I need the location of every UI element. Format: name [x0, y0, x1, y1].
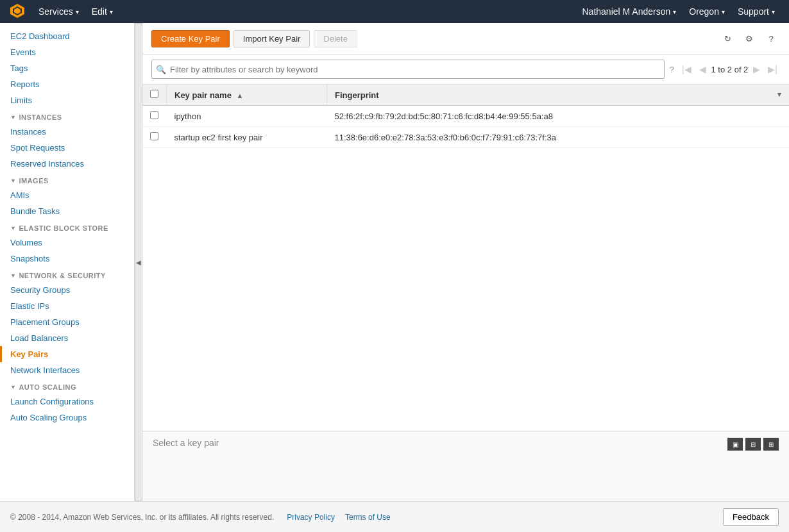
row-1-name: ipython: [167, 106, 327, 127]
network-section-header: ▼ NETWORK & SECURITY: [0, 267, 134, 282]
search-help-icon[interactable]: ?: [670, 65, 674, 74]
name-column-header[interactable]: Key pair name ▲: [167, 85, 327, 106]
detail-panel-title: Select a key pair: [153, 438, 219, 448]
search-input[interactable]: [170, 65, 660, 74]
sidebar-item-network-interfaces[interactable]: Network Interfaces: [0, 362, 134, 378]
sidebar-item-limits[interactable]: Limits: [0, 92, 134, 108]
sidebar-item-security-groups[interactable]: Security Groups: [0, 282, 134, 298]
search-bar: 🔍 ? |◀ ◀ 1 to 2 of 2 ▶ ▶|: [142, 54, 789, 85]
sidebar-item-instances[interactable]: Instances: [0, 124, 134, 140]
user-caret: ▾: [673, 8, 676, 15]
sidebar-item-elastic-ips[interactable]: Elastic IPs: [0, 298, 134, 314]
terms-of-use-link[interactable]: Terms of Use: [345, 513, 391, 522]
detail-panel-icons: ▣ ⊟ ⊞: [727, 438, 779, 451]
footer-right: Feedback: [723, 508, 779, 526]
detail-icon-3[interactable]: ⊞: [763, 438, 779, 451]
sidebar-item-launch-configurations[interactable]: Launch Configurations: [0, 394, 134, 410]
support-menu[interactable]: Support ▾: [731, 0, 781, 23]
copyright-text: © 2008 - 2014, Amazon Web Services, Inc.…: [10, 513, 274, 522]
instances-section-header: ▼ INSTANCES: [0, 108, 134, 124]
pagination-first-button[interactable]: |◀: [679, 63, 694, 76]
sidebar-item-events[interactable]: Events: [0, 44, 134, 60]
key-pairs-table: Key pair name ▲ Fingerprint ▾: [142, 85, 789, 148]
create-key-pair-button[interactable]: Create Key Pair: [151, 30, 230, 47]
row-2-name: startup ec2 first key pair: [167, 127, 327, 148]
sidebar-toggle[interactable]: ◀: [135, 23, 142, 501]
import-key-pair-button[interactable]: Import Key Pair: [233, 30, 310, 47]
table-row[interactable]: startup ec2 first key pair 11:38:6e:d6:e…: [142, 127, 789, 148]
search-input-wrap: 🔍: [151, 60, 665, 79]
images-section-header: ▼ IMAGES: [0, 172, 134, 187]
row-1-checkbox[interactable]: [150, 111, 158, 119]
aws-logo: [8, 1, 27, 22]
autoscaling-collapse-icon: ▼: [10, 384, 16, 390]
footer-links: Privacy Policy Terms of Use: [287, 513, 390, 522]
sidebar-item-volumes[interactable]: Volumes: [0, 235, 134, 251]
pagination-text: 1 to 2 of 2: [711, 65, 749, 74]
images-collapse-icon: ▼: [10, 178, 16, 184]
user-menu[interactable]: Nathaniel M Anderson ▾: [575, 0, 683, 23]
region-caret: ▾: [722, 8, 725, 15]
detail-panel: Select a key pair ▣ ⊟ ⊞: [142, 431, 789, 501]
name-sort-icon: ▲: [237, 92, 244, 99]
top-navigation: Services ▾ Edit ▾ Nathaniel M Anderson ▾…: [0, 0, 789, 23]
settings-icon[interactable]: ⚙: [740, 29, 758, 47]
detail-icon-2[interactable]: ⊟: [745, 438, 761, 451]
ebs-section-header: ▼ ELASTIC BLOCK STORE: [0, 219, 134, 235]
sidebar-item-bundle-tasks[interactable]: Bundle Tasks: [0, 203, 134, 219]
edit-menu[interactable]: Edit ▾: [85, 0, 119, 23]
pagination-bar: |◀ ◀ 1 to 2 of 2 ▶ ▶|: [679, 63, 780, 76]
row-1-checkbox-cell: [142, 106, 167, 127]
row-1-fingerprint: 52:f6:2f:c9:fb:79:2d:bd:5c:80:71:c6:fc:d…: [327, 106, 790, 127]
select-all-header: [142, 85, 167, 106]
sidebar-item-auto-scaling-groups[interactable]: Auto Scaling Groups: [0, 410, 134, 426]
action-toolbar: Create Key Pair Import Key Pair Delete ↻…: [142, 23, 789, 54]
services-caret: ▾: [76, 8, 79, 15]
region-menu[interactable]: Oregon ▾: [683, 0, 731, 23]
refresh-icon[interactable]: ↻: [718, 29, 736, 47]
sidebar: EC2 Dashboard Events Tags Reports Limits…: [0, 23, 135, 501]
support-caret: ▾: [772, 8, 775, 15]
row-2-fingerprint: 11:38:6e:d6:e0:e2:78:3a:53:e3:f0:b6:0c:f…: [327, 127, 790, 148]
sidebar-item-reports[interactable]: Reports: [0, 76, 134, 92]
pagination-last-button[interactable]: ▶|: [765, 63, 780, 76]
table-row[interactable]: ipython 52:f6:2f:c9:fb:79:2d:bd:5c:80:71…: [142, 106, 789, 127]
sidebar-item-placement-groups[interactable]: Placement Groups: [0, 314, 134, 330]
fingerprint-column-header: Fingerprint ▾: [327, 85, 790, 106]
sidebar-item-tags[interactable]: Tags: [0, 60, 134, 76]
search-icon: 🔍: [156, 65, 166, 74]
instances-collapse-icon: ▼: [10, 114, 16, 121]
delete-button[interactable]: Delete: [314, 30, 357, 47]
autoscaling-section-header: ▼ AUTO SCALING: [0, 378, 134, 394]
row-2-checkbox[interactable]: [150, 132, 158, 140]
row-2-checkbox-cell: [142, 127, 167, 148]
key-pairs-table-area: Key pair name ▲ Fingerprint ▾: [142, 85, 789, 431]
sidebar-item-spot-requests[interactable]: Spot Requests: [0, 140, 134, 156]
pagination-prev-button[interactable]: ◀: [697, 63, 709, 76]
sidebar-item-load-balancers[interactable]: Load Balancers: [0, 330, 134, 346]
select-all-checkbox[interactable]: [150, 90, 158, 98]
network-collapse-icon: ▼: [10, 272, 16, 279]
fingerprint-filter-icon[interactable]: ▾: [777, 90, 781, 99]
detail-icon-1[interactable]: ▣: [727, 438, 743, 451]
edit-caret: ▾: [110, 8, 113, 15]
services-menu[interactable]: Services ▾: [32, 0, 85, 23]
content-area: Create Key Pair Import Key Pair Delete ↻…: [142, 23, 789, 501]
ebs-collapse-icon: ▼: [10, 225, 16, 231]
help-icon[interactable]: ?: [762, 29, 780, 47]
sidebar-item-snapshots[interactable]: Snapshots: [0, 251, 134, 267]
pagination-next-button[interactable]: ▶: [751, 63, 763, 76]
sidebar-item-reserved-instances[interactable]: Reserved Instances: [0, 156, 134, 172]
privacy-policy-link[interactable]: Privacy Policy: [287, 513, 335, 522]
sidebar-item-ec2-dashboard[interactable]: EC2 Dashboard: [0, 28, 134, 44]
sidebar-item-amis[interactable]: AMIs: [0, 187, 134, 203]
footer: © 2008 - 2014, Amazon Web Services, Inc.…: [0, 501, 789, 532]
sidebar-item-key-pairs[interactable]: Key Pairs: [0, 346, 134, 362]
feedback-button[interactable]: Feedback: [723, 508, 779, 526]
